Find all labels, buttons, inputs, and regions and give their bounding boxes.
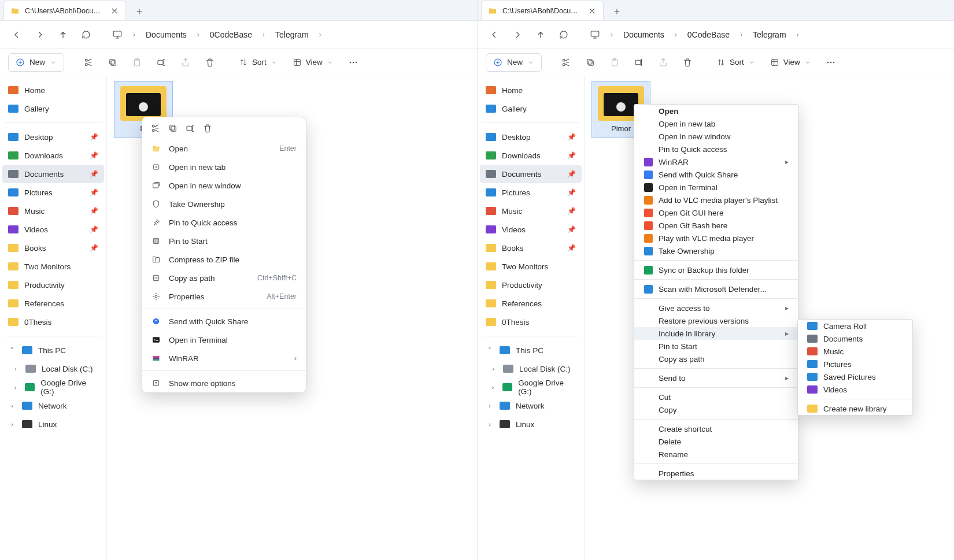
rename-button[interactable]: [630, 53, 648, 72]
sidebar-item-downloads[interactable]: Downloads 📌: [480, 146, 582, 165]
context-menu-item[interactable]: Open in new tab: [142, 158, 306, 176]
sidebar-item-this pc[interactable]: ˅This PC: [480, 341, 582, 359]
context-submenu-item[interactable]: Videos: [798, 383, 912, 396]
tree-twisty-icon[interactable]: ›: [489, 365, 497, 372]
back-button[interactable]: [485, 25, 504, 44]
sidebar-item-network[interactable]: ›Network: [2, 396, 104, 415]
location-target-button[interactable]: [585, 25, 605, 44]
context-menu-item[interactable]: Rename: [634, 448, 798, 461]
up-button[interactable]: [531, 25, 550, 44]
context-menu-item[interactable]: Create shortcut: [634, 422, 798, 435]
context-menu-item[interactable]: Pin to Quick access: [142, 213, 306, 232]
context-submenu-item[interactable]: Camera Roll: [798, 320, 912, 332]
sidebar-item-documents[interactable]: Documents 📌: [2, 165, 104, 183]
context-menu-item[interactable]: Properties Alt+Enter: [142, 287, 306, 306]
context-menu-item[interactable]: Open in new window: [142, 176, 306, 195]
context-menu-item[interactable]: Take Ownership: [634, 244, 798, 257]
context-menu-item[interactable]: WinRAR ▸: [634, 155, 798, 168]
sidebar-item-gallery[interactable]: Gallery: [2, 99, 104, 118]
delete-button[interactable]: [678, 53, 697, 72]
sidebar-item-linux[interactable]: ›Linux: [480, 415, 582, 433]
breadcrumb-segment[interactable]: Documents: [141, 27, 191, 43]
sidebar-item-two monitors[interactable]: Two Monitors: [2, 257, 104, 276]
breadcrumb-segment[interactable]: 0CodeBase: [205, 27, 257, 43]
ctx-rename-button[interactable]: [185, 123, 195, 133]
context-menu-item[interactable]: Sync or Backup this folder: [634, 264, 798, 276]
ctx-copy-button[interactable]: [168, 123, 178, 133]
sidebar-item-linux[interactable]: ›Linux: [2, 415, 104, 433]
tab-active[interactable]: C:\Users\ABohl\Documents\00: [481, 1, 604, 20]
cut-button[interactable]: [557, 53, 575, 72]
context-menu-item[interactable]: Restore previous versions: [634, 314, 798, 327]
context-menu-item[interactable]: Copy: [634, 403, 798, 416]
context-menu-item[interactable]: Cut: [634, 391, 798, 403]
sidebar-item-this pc[interactable]: ˅This PC: [2, 341, 104, 359]
tree-twisty-icon[interactable]: ˅: [8, 347, 16, 354]
context-menu-item[interactable]: Open Enter: [142, 139, 306, 158]
cut-button[interactable]: [79, 53, 98, 72]
sidebar-item-two monitors[interactable]: Two Monitors: [480, 257, 582, 276]
context-menu-item[interactable]: Copy as path Ctrl+Shift+C: [142, 269, 306, 287]
context-menu-item[interactable]: Open in new window: [634, 130, 798, 143]
context-submenu-item[interactable]: Pictures: [798, 358, 912, 370]
tree-twisty-icon[interactable]: ›: [486, 421, 494, 428]
up-button[interactable]: [53, 25, 73, 44]
tree-twisty-icon[interactable]: ›: [489, 384, 497, 391]
tree-twisty-icon[interactable]: ›: [12, 365, 20, 372]
context-submenu-item[interactable]: Create new library: [798, 402, 912, 415]
tree-twisty-icon[interactable]: ›: [8, 402, 16, 409]
refresh-button[interactable]: [76, 25, 96, 44]
sidebar-item-gallery[interactable]: Gallery: [480, 99, 582, 118]
sidebar-item-music[interactable]: Music 📌: [2, 202, 104, 220]
refresh-button[interactable]: [554, 25, 574, 44]
new-button[interactable]: New: [486, 53, 542, 72]
tab-close-button[interactable]: [587, 6, 597, 16]
ctx-cut-button[interactable]: [150, 123, 161, 133]
sidebar-item-pictures[interactable]: Pictures 📌: [2, 183, 104, 202]
breadcrumb-segment[interactable]: Documents: [619, 27, 669, 43]
sidebar-item-music[interactable]: Music 📌: [480, 202, 582, 220]
sidebar-item-productivity[interactable]: Productivity: [2, 276, 104, 294]
sidebar-item-references[interactable]: References: [480, 294, 582, 313]
context-menu-item[interactable]: Show more options: [142, 374, 306, 392]
sidebar-item-pictures[interactable]: Pictures 📌: [480, 183, 582, 202]
sidebar-item-local-disk-c-[interactable]: ›Local Disk (C:): [480, 359, 582, 378]
sidebar-item-0thesis[interactable]: 0Thesis: [2, 313, 104, 331]
view-button[interactable]: View: [288, 54, 338, 71]
context-menu-item[interactable]: Open in Terminal: [142, 331, 306, 349]
breadcrumb-segment[interactable]: 0CodeBase: [683, 27, 734, 43]
sidebar-item-desktop[interactable]: Desktop 📌: [480, 128, 582, 146]
items-view[interactable]: Pi Open Enter Open in new tab Open in ne…: [107, 76, 477, 560]
rename-button[interactable]: [152, 53, 171, 72]
tab-close-button[interactable]: [109, 6, 120, 16]
tree-twisty-icon[interactable]: ›: [486, 402, 494, 409]
context-menu-item[interactable]: Pin to Quick access: [634, 143, 798, 155]
context-submenu-item[interactable]: Saved Pictures: [798, 370, 912, 383]
forward-button[interactable]: [508, 25, 527, 44]
view-button[interactable]: View: [766, 54, 816, 71]
context-menu-item[interactable]: Open in new tab: [634, 117, 798, 130]
context-menu-item[interactable]: Send with Quick Share: [142, 312, 306, 331]
tab-active[interactable]: C:\Users\ABohl\Documents\00: [3, 1, 126, 20]
sidebar-item-home[interactable]: Home: [2, 81, 104, 99]
breadcrumb-segment[interactable]: Telegram: [271, 27, 313, 43]
context-menu-item[interactable]: Copy as path: [634, 353, 798, 365]
forward-button[interactable]: [30, 25, 50, 44]
context-menu-item[interactable]: Compress to ZIP file: [142, 250, 306, 269]
tree-twisty-icon[interactable]: ˅: [486, 347, 494, 354]
context-menu-item[interactable]: Send with Quick Share: [634, 168, 798, 181]
context-submenu-item[interactable]: Music: [798, 345, 912, 358]
context-menu-item[interactable]: Scan with Microsoft Defender...: [634, 283, 798, 295]
sidebar-item-references[interactable]: References: [2, 294, 104, 313]
sidebar-item-videos[interactable]: Videos 📌: [480, 220, 582, 239]
tab-add-button[interactable]: [608, 3, 626, 20]
sidebar-item-books[interactable]: Books 📌: [2, 239, 104, 257]
location-target-button[interactable]: [108, 25, 127, 44]
context-menu-item[interactable]: Play with VLC media player: [634, 232, 798, 244]
tree-twisty-icon[interactable]: ›: [12, 384, 19, 391]
delete-button[interactable]: [201, 53, 219, 72]
sidebar-item-0thesis[interactable]: 0Thesis: [480, 313, 582, 331]
context-menu-item[interactable]: Pin to Start: [142, 232, 306, 250]
context-menu-item[interactable]: WinRAR ›: [142, 349, 306, 368]
sidebar-item-productivity[interactable]: Productivity: [480, 276, 582, 294]
